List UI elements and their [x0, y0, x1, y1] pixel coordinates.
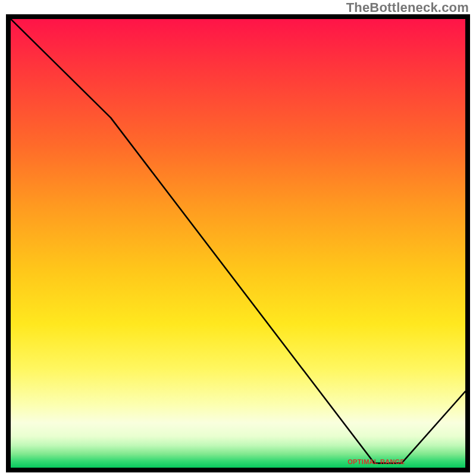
chart-stage: TheBottleneck.com OPTIMAL RANGE — [0, 0, 476, 476]
watermark-text: TheBottleneck.com — [346, 0, 469, 15]
bottleneck-curve — [11, 19, 465, 468]
optimal-range-label: OPTIMAL RANGE — [347, 458, 405, 465]
curve-line — [11, 19, 465, 464]
plot-frame: OPTIMAL RANGE — [6, 14, 470, 472]
